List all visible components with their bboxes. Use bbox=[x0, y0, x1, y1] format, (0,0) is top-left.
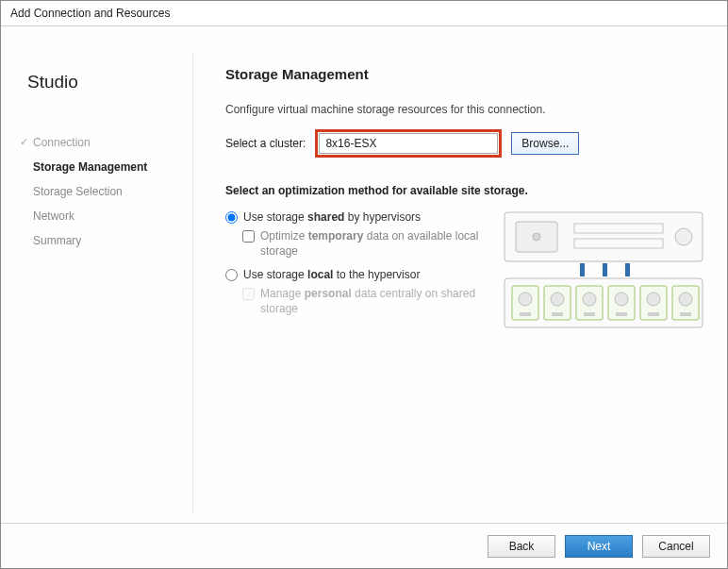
svg-rect-8 bbox=[625, 263, 630, 276]
optimization-options: Use storage shared by hypervisors Optimi… bbox=[225, 210, 488, 326]
svg-rect-25 bbox=[616, 312, 627, 316]
cancel-button[interactable]: Cancel bbox=[642, 535, 710, 558]
page-heading: Storage Management bbox=[225, 66, 710, 82]
svg-point-5 bbox=[675, 228, 692, 245]
next-button[interactable]: Next bbox=[565, 535, 633, 558]
svg-point-2 bbox=[533, 233, 540, 241]
opt-local-label: Use storage local to the hypervisor bbox=[243, 268, 420, 281]
cluster-label: Select a cluster: bbox=[225, 137, 306, 150]
svg-rect-23 bbox=[552, 312, 563, 316]
optimization-area: Use storage shared by hypervisors Optimi… bbox=[225, 210, 710, 333]
opt-local-sub-row: Manage personal data centrally on shared… bbox=[242, 287, 488, 316]
opt-shared-radio[interactable] bbox=[225, 211, 238, 224]
svg-rect-27 bbox=[680, 312, 691, 316]
opt-shared-row[interactable]: Use storage shared by hypervisors bbox=[225, 210, 488, 224]
opt-temporary-label: Optimize temporary data on available loc… bbox=[260, 229, 488, 259]
svg-rect-24 bbox=[584, 312, 595, 316]
svg-point-19 bbox=[615, 293, 628, 306]
title-bar: Add Connection and Resources bbox=[1, 1, 727, 26]
cluster-highlight bbox=[315, 129, 502, 158]
opt-shared-sub-row[interactable]: Optimize temporary data on available loc… bbox=[242, 229, 488, 259]
back-button[interactable]: Back bbox=[488, 535, 555, 558]
storage-illustration-icon bbox=[499, 210, 710, 333]
step-network: Network bbox=[33, 209, 192, 223]
footer: Back Next Cancel bbox=[1, 523, 727, 568]
svg-rect-6 bbox=[580, 263, 585, 276]
cluster-row: Select a cluster: Browse... bbox=[225, 129, 710, 158]
step-connection[interactable]: Connection bbox=[33, 136, 192, 149]
optimization-heading: Select an optimization method for availa… bbox=[225, 184, 710, 197]
main-panel: Storage Management Configure virtual mac… bbox=[192, 53, 710, 512]
opt-shared-label: Use storage shared by hypervisors bbox=[243, 210, 421, 224]
svg-rect-22 bbox=[520, 312, 531, 316]
step-summary: Summary bbox=[33, 234, 192, 247]
page-description: Configure virtual machine storage resour… bbox=[225, 103, 710, 116]
step-storage-selection: Storage Selection bbox=[33, 185, 192, 198]
opt-temporary-checkbox[interactable] bbox=[242, 230, 255, 243]
svg-point-16 bbox=[519, 293, 532, 306]
cluster-input[interactable] bbox=[319, 133, 498, 154]
svg-rect-26 bbox=[648, 312, 659, 316]
svg-point-18 bbox=[583, 293, 596, 306]
browse-button[interactable]: Browse... bbox=[511, 132, 579, 155]
sidebar: Studio Connection Storage Management Sto… bbox=[18, 53, 192, 512]
svg-point-21 bbox=[679, 293, 692, 306]
window-title: Add Connection and Resources bbox=[10, 7, 170, 20]
opt-personal-checkbox bbox=[242, 288, 255, 300]
svg-point-17 bbox=[551, 293, 564, 306]
brand-label: Studio bbox=[27, 72, 192, 92]
step-list: Connection Storage Management Storage Se… bbox=[33, 136, 192, 247]
svg-point-20 bbox=[647, 293, 660, 306]
opt-local-row[interactable]: Use storage local to the hypervisor bbox=[225, 268, 488, 281]
wizard-body: Studio Connection Storage Management Sto… bbox=[1, 26, 727, 522]
step-storage-management[interactable]: Storage Management bbox=[33, 160, 192, 174]
opt-personal-label: Manage personal data centrally on shared… bbox=[260, 287, 488, 316]
svg-rect-7 bbox=[603, 263, 607, 276]
opt-local-radio[interactable] bbox=[225, 269, 238, 281]
